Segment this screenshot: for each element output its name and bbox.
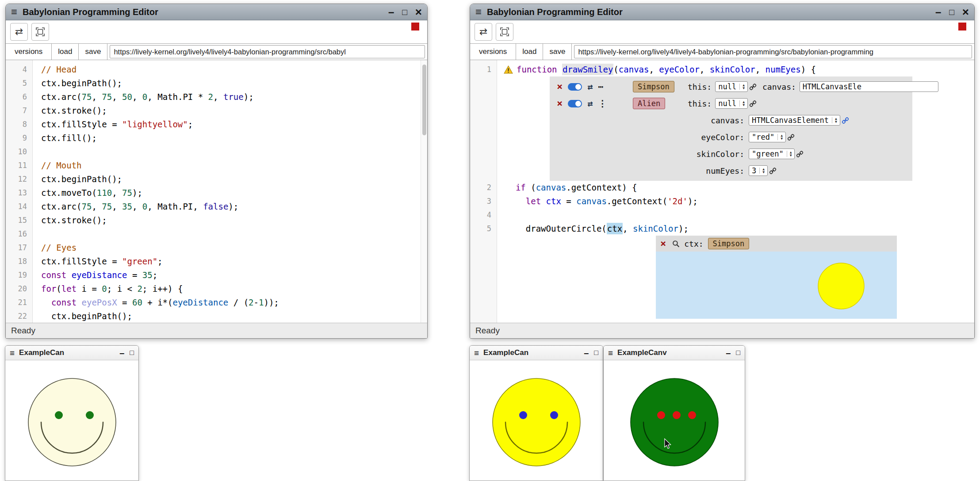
scrollbar-thumb[interactable]	[422, 65, 426, 135]
menu-icon[interactable]: ≡	[10, 349, 15, 357]
line-number: 18	[6, 255, 32, 268]
code-line[interactable]: 9ctx.fill();	[6, 131, 427, 145]
code-line[interactable]: 5 drawOuterCircle(ctx, skinColor);	[470, 222, 974, 236]
code-line[interactable]: 10	[6, 145, 427, 159]
save-button[interactable]: save	[79, 44, 107, 60]
swap-probes-button[interactable]: ⇄	[10, 23, 28, 41]
code-line[interactable]: 13ctx.moveTo(110, 75);	[6, 186, 427, 200]
code-line[interactable]: 3 let ctx = canvas.getContext('2d');	[470, 195, 974, 208]
magnifier-icon[interactable]	[672, 240, 680, 248]
minimize-button[interactable]: –	[388, 7, 394, 17]
value-box[interactable]: 3 ▲▼	[749, 165, 768, 176]
delete-example-icon[interactable]: ×	[557, 82, 563, 92]
line-number: 21	[6, 296, 32, 309]
code-line[interactable]: 19const eyeDistance = 35;	[6, 268, 427, 282]
swap-icon[interactable]: ⇄	[587, 99, 593, 108]
menu-icon[interactable]: ≡	[474, 349, 479, 357]
value-box[interactable]: "red" ▲▼	[749, 132, 786, 142]
load-button[interactable]: load	[516, 44, 543, 60]
close-button[interactable]: ×	[415, 6, 422, 18]
minimize-button[interactable]: –	[584, 348, 589, 357]
select-region-button[interactable]	[31, 23, 49, 41]
menu-icon[interactable]: ≡	[11, 7, 17, 17]
link-icon[interactable]	[750, 84, 756, 90]
code-line[interactable]: 5ctx.beginPath();	[6, 76, 427, 90]
delete-probe-icon[interactable]: ×	[660, 239, 666, 248]
maximize-button[interactable]: □	[949, 8, 954, 16]
code-line[interactable]: 22 ctx.beginPath();	[6, 309, 427, 323]
link-icon[interactable]	[796, 151, 803, 157]
code-line[interactable]: 4// Head	[6, 63, 427, 76]
maximize-button[interactable]: □	[594, 349, 598, 356]
example-toggle[interactable]	[568, 83, 582, 91]
versions-button[interactable]: versions	[470, 44, 516, 60]
more-options-icon[interactable]: ⋯	[598, 82, 603, 91]
link-icon[interactable]	[769, 168, 776, 174]
swap-icon[interactable]: ⇄	[587, 82, 593, 91]
maximize-button[interactable]: □	[736, 349, 740, 356]
minimize-button[interactable]: –	[726, 348, 731, 357]
maximize-button[interactable]: □	[130, 349, 134, 356]
code-line[interactable]: 17// Eyes	[6, 241, 427, 255]
stepper-icon[interactable]: ▲▼	[832, 117, 837, 123]
value-box[interactable]: HTMLCanvasElement ▲▼	[749, 115, 840, 126]
code-line[interactable]: 21 const eyePosX = 60 + i*(eyeDistance /…	[6, 296, 427, 309]
code-line[interactable]: 15ctx.stroke();	[6, 214, 427, 227]
example-tag-simpson[interactable]: Simpson	[633, 81, 674, 92]
code-line[interactable]: 4	[470, 208, 974, 222]
code-line[interactable]: 20for(let i = 0; i < 2; i++) {	[6, 282, 427, 296]
select-region-button[interactable]	[496, 23, 513, 41]
example-canvas	[5, 360, 138, 481]
window-controls: – □	[584, 348, 598, 357]
minimize-button[interactable]: –	[119, 348, 124, 357]
value-box[interactable]: HTMLCanvasEle	[800, 81, 938, 92]
close-button[interactable]: ×	[962, 6, 969, 18]
delete-example-icon[interactable]: ×	[557, 99, 563, 108]
menu-icon[interactable]: ≡	[475, 7, 482, 17]
titlebar[interactable]: ≡ ExampleCan – □	[470, 346, 603, 360]
maximize-button[interactable]: □	[402, 8, 407, 16]
value-box[interactable]: "green" ▲▼	[749, 149, 795, 159]
code-line[interactable]: 11// Mouth	[6, 159, 427, 172]
stepper-icon[interactable]: ▲▼	[777, 134, 783, 140]
example-tag-alien[interactable]: Alien	[633, 98, 665, 109]
link-icon[interactable]	[750, 100, 756, 107]
url-field[interactable]	[110, 45, 425, 58]
load-button[interactable]: load	[52, 44, 79, 60]
titlebar[interactable]: ≡ Babylonian Programming Editor – □ ×	[6, 4, 427, 20]
code-line[interactable]: 12ctx.beginPath();	[6, 172, 427, 186]
link-icon[interactable]	[842, 117, 849, 124]
minimize-button[interactable]: –	[935, 7, 941, 17]
more-options-icon[interactable]: ⋮	[598, 99, 607, 108]
scrollbar-track[interactable]	[421, 60, 427, 323]
titlebar[interactable]: ≡ Babylonian Programming Editor – □ ×	[470, 4, 974, 20]
value-box[interactable]: null ▲▼	[715, 81, 748, 92]
stepper-icon[interactable]: ▲▼	[759, 168, 765, 174]
titlebar[interactable]: ≡ ExampleCanv – □	[604, 346, 745, 360]
warning-icon[interactable]	[504, 65, 513, 74]
code-line[interactable]: 2 if (canvas.getContext) {	[470, 181, 974, 195]
code-line[interactable]: 1function drawSmiley(canvas, eyeColor, s…	[470, 63, 974, 76]
link-icon[interactable]	[788, 134, 794, 141]
code-line[interactable]: 18ctx.fillStyle = "green";	[6, 255, 427, 268]
menu-icon[interactable]: ≡	[608, 349, 613, 357]
versions-button[interactable]: versions	[6, 44, 52, 60]
code-line[interactable]: 16	[6, 227, 427, 241]
titlebar[interactable]: ≡ ExampleCan – □	[5, 346, 138, 360]
example-toggle[interactable]	[568, 100, 582, 107]
url-field[interactable]	[574, 45, 972, 58]
save-button[interactable]: save	[543, 44, 572, 60]
probe-example-tag[interactable]: Simpson	[708, 238, 750, 249]
stepper-icon[interactable]: ▲▼	[739, 100, 745, 107]
stepper-icon[interactable]: ▲▼	[787, 151, 792, 157]
code-line[interactable]: 14ctx.arc(75, 75, 35, 0, Math.PI, false)…	[6, 200, 427, 214]
line-number: 9	[6, 131, 32, 145]
stepper-icon[interactable]: ▲▼	[739, 84, 745, 90]
code-line[interactable]: 8ctx.fillStyle = "lightyellow";	[6, 118, 427, 131]
swap-probes-button[interactable]: ⇄	[475, 23, 492, 41]
code-editor[interactable]: 1function drawSmiley(canvas, eyeColor, s…	[470, 60, 974, 323]
code-line[interactable]: 7ctx.stroke();	[6, 104, 427, 118]
value-box[interactable]: null ▲▼	[715, 98, 748, 109]
code-editor[interactable]: 4// Head5ctx.beginPath();6ctx.arc(75, 75…	[6, 60, 427, 323]
code-line[interactable]: 6ctx.arc(75, 75, 50, 0, Math.PI * 2, tru…	[6, 90, 427, 104]
